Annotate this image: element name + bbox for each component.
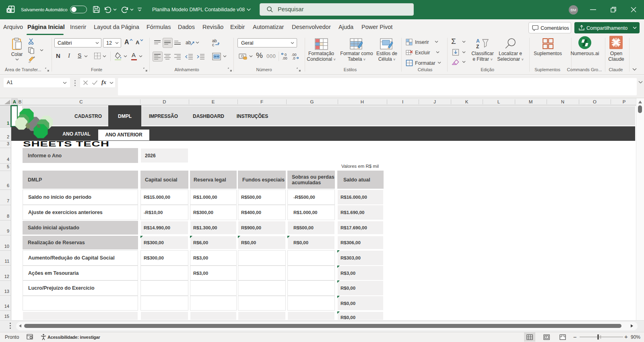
svg-text:ab: ab bbox=[186, 40, 191, 45]
svg-text:Z: Z bbox=[476, 44, 479, 49]
svg-text:.00: .00 bbox=[282, 56, 287, 60]
svg-text:A: A bbox=[476, 38, 480, 44]
svg-text:.0: .0 bbox=[292, 56, 295, 60]
svg-text:c: c bbox=[212, 42, 214, 47]
